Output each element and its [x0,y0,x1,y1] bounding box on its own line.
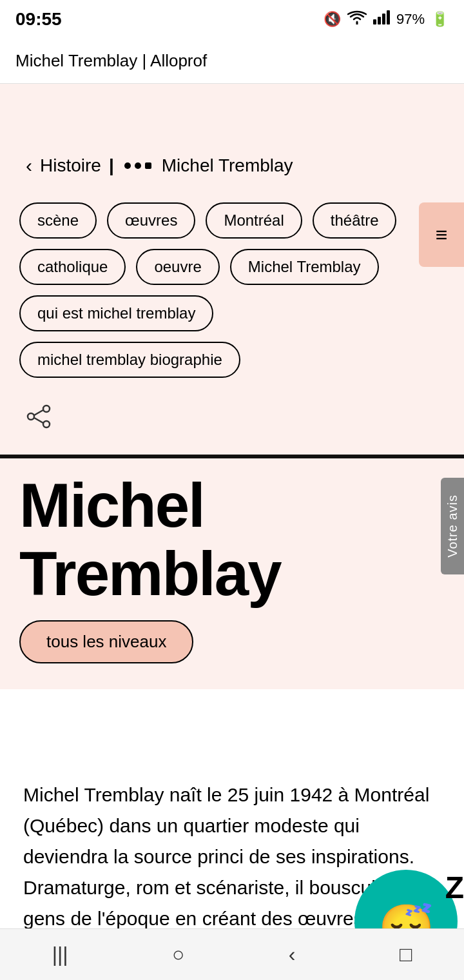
svg-point-6 [43,421,50,427]
mute-icon: 🔇 [324,11,341,28]
main-content: ‹ Histoire | Michel Tremblay scène œuvre… [0,84,464,980]
share-area [0,391,464,448]
svg-rect-2 [382,14,385,24]
toc-button[interactable]: ≡ [419,202,464,267]
tag-michel-tremblay[interactable]: Michel Tremblay [230,249,379,285]
svg-rect-3 [387,10,390,24]
tag-oeuvre[interactable]: oeuvre [136,249,219,285]
sleeping-z: Z [445,870,464,905]
share-icon[interactable] [26,406,52,435]
tag-theatre[interactable]: théâtre [313,202,397,239]
tag-catholique[interactable]: catholique [19,249,126,285]
title-section: Michel Tremblay tous les niveaux Votre a… [0,458,464,689]
tag-scene[interactable]: scène [19,202,97,239]
toc-icon: ≡ [436,223,448,247]
back-arrow[interactable]: ‹ [26,155,32,177]
separator-bar: | [109,155,114,176]
breadcrumb-section: Histoire [40,155,101,176]
svg-line-7 [34,410,43,415]
svg-point-4 [43,406,50,412]
browser-title-text: Michel Tremblay | Alloprof [15,51,207,71]
svg-line-8 [34,418,43,423]
tags-container: scène œuvres Montréal théâtre catholique… [0,202,464,378]
votre-avis-label: Votre avis [445,495,460,558]
dot-1 [124,162,131,169]
dot-3 [145,162,151,169]
votre-avis-button[interactable]: Votre avis [441,478,464,574]
svg-rect-0 [373,19,376,24]
page-title: Michel Tremblay [19,471,445,607]
breadcrumb-dots [124,162,151,169]
dot-2 [135,162,141,169]
status-bar: 09:55 🔇 97% 🔋 [0,0,464,39]
bottom-nav: ||| ○ ‹ □ [0,928,464,980]
nav-apps-button[interactable]: □ [387,936,425,973]
svg-rect-1 [378,17,381,24]
status-icons: 🔇 97% 🔋 [324,10,449,28]
breadcrumb: ‹ Histoire | Michel Tremblay [0,155,464,177]
nav-home-button[interactable]: ○ [159,936,197,973]
tag-qui-est[interactable]: qui est michel tremblay [19,295,213,331]
battery-icon: 🔋 [431,11,449,28]
level-badge[interactable]: tous les niveaux [19,620,193,663]
svg-point-5 [28,413,34,420]
nav-back-button[interactable]: ‹ [276,936,309,973]
tag-montreal[interactable]: Montréal [206,202,302,239]
battery-text: 97% [396,11,425,28]
status-time: 09:55 [15,9,62,30]
nav-menu-button[interactable]: ||| [39,936,81,973]
breadcrumb-page: Michel Tremblay [162,155,293,176]
tag-oeuvres[interactable]: œuvres [107,202,195,239]
signal-icon [373,10,390,28]
wifi-icon [347,10,367,28]
browser-header: Michel Tremblay | Alloprof [0,39,464,84]
white-gap [0,689,464,754]
tag-biographie[interactable]: michel tremblay biographie [19,342,240,378]
